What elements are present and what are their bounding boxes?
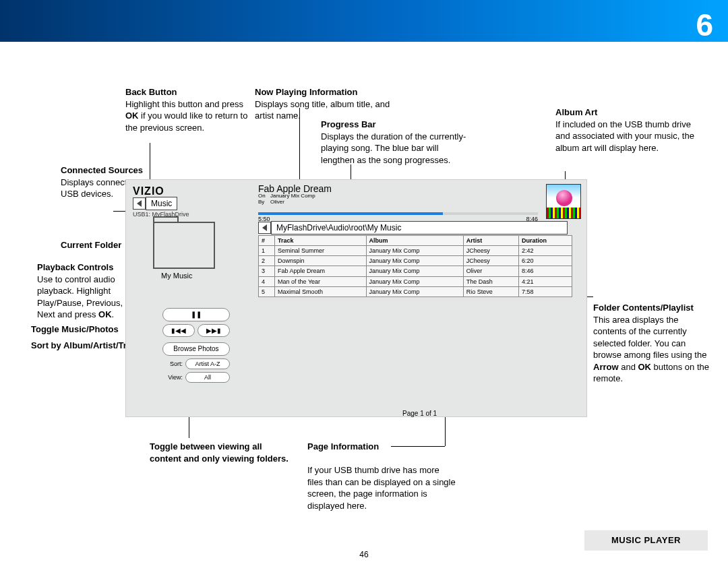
cell-track: Fab Apple Dream	[275, 266, 367, 276]
cell-artist: JCheesy	[463, 256, 518, 266]
cell-duration: 8:46	[519, 266, 572, 276]
callout-body: Displays song title, album title, and ar…	[255, 99, 390, 121]
callout-title: Sort by Album/Artist/Track	[31, 340, 142, 350]
callout-title: Connected Sources	[61, 165, 143, 175]
top-banner: 6	[0, 0, 728, 42]
callout-title: Toggle between viewing all content and o…	[150, 441, 289, 464]
cell-n: 2	[259, 256, 275, 266]
cell-artist: Rio Steve	[463, 286, 518, 296]
chevron-left-icon	[137, 200, 142, 207]
callout-progress-bar: Progress Bar Displays the duration of th…	[321, 119, 469, 166]
callout-title: Now Playing Information	[255, 87, 357, 97]
callout-body: Use to control audio playback. Highlight…	[37, 274, 133, 320]
view-select[interactable]: All	[185, 372, 230, 383]
table-row[interactable]: 1Seminal SummerJanuary Mix CompJCheesy2:…	[259, 246, 572, 256]
progress-bar[interactable]	[258, 212, 538, 215]
cell-duration: 7:58	[519, 286, 572, 296]
callout-body: Highlight this button and press OK if yo…	[125, 99, 247, 133]
current-folder-name: My Music	[161, 271, 192, 281]
cell-duration: 2:42	[519, 246, 572, 256]
leader-line	[391, 446, 445, 447]
track-table-wrap: # Track Album Artist Duration 1Seminal S…	[258, 235, 572, 297]
callout-toggle-view: Toggle between viewing all content and o…	[150, 441, 291, 464]
prev-button[interactable]: ▮◀◀	[162, 324, 195, 338]
col-track: Track	[275, 236, 367, 246]
cell-artist: Oliver	[463, 266, 518, 276]
section-label: Music	[146, 197, 177, 210]
next-button[interactable]: ▶▶▮	[198, 324, 230, 338]
callout-body: This area displays the contents of the c…	[593, 315, 709, 384]
cell-track: Man of the Year	[275, 276, 367, 286]
breadcrumb: MyFlashDrive\Audio\root\My Music	[258, 222, 568, 234]
table-row[interactable]: 5Maximal SmoothJanuary Mix CompRio Steve…	[259, 286, 572, 296]
col-num: #	[259, 236, 275, 246]
callout-album-art: Album Art If included on the USB thumb d…	[555, 106, 697, 154]
table-row[interactable]: 4Man of the YearJanuary Mix CompThe Dash…	[259, 276, 572, 286]
browse-photos-button[interactable]: Browse Photos	[162, 342, 230, 356]
table-header-row: # Track Album Artist Duration	[259, 236, 572, 246]
breadcrumb-back[interactable]	[258, 222, 271, 234]
callout-title: Folder Contents/Playlist	[593, 303, 694, 313]
album-art	[546, 184, 581, 219]
callout-title: Playback Controls	[37, 262, 113, 272]
callout-body: Displays the duration of the currently-p…	[321, 131, 466, 165]
cell-n: 4	[259, 276, 275, 286]
leader-line	[299, 108, 300, 182]
cell-track: Seminal Summer	[275, 246, 367, 256]
callout-now-playing: Now Playing Information Displays song ti…	[255, 86, 403, 122]
breadcrumb-path: MyFlashDrive\Audio\root\My Music	[271, 221, 568, 235]
track-table[interactable]: # Track Album Artist Duration 1Seminal S…	[258, 235, 572, 297]
cell-duration: 6:20	[519, 256, 572, 266]
col-duration: Duration	[519, 236, 572, 246]
callout-body: If included on the USB thumb drive and a…	[555, 119, 694, 153]
cell-n: 3	[259, 266, 275, 276]
callout-body: If your USB thumb drive has more files t…	[307, 465, 456, 511]
cell-album: January Mix Comp	[366, 286, 463, 296]
chevron-left-icon	[262, 224, 267, 231]
callout-back-button: Back Button Highlight this button and pr…	[125, 86, 257, 133]
view-label: View:	[162, 373, 183, 381]
folder-icon[interactable]	[153, 222, 215, 269]
leader-line	[445, 412, 446, 446]
page-number: 46	[0, 549, 728, 560]
callout-title: Progress Bar	[321, 119, 376, 129]
sort-select[interactable]: Artist A-Z	[185, 358, 230, 369]
page-info: Page 1 of 1	[402, 409, 437, 418]
table-row[interactable]: 3Fab Apple DreamJanuary Mix CompOliver8:…	[259, 266, 572, 276]
nav-row: Music	[133, 197, 177, 210]
pause-button[interactable]: ❚❚	[162, 308, 230, 321]
cell-artist: The Dash	[463, 276, 518, 286]
callout-title: Page Information	[307, 441, 379, 451]
cell-track: Downspin	[275, 256, 367, 266]
section-footer-label: MUSIC PLAYER	[584, 530, 708, 551]
cell-artist: JCheesy	[463, 246, 518, 256]
playback-panel: ❚❚ ▮◀◀ ▶▶▮ Browse Photos Sort: Artist A-…	[162, 308, 230, 385]
col-artist: Artist	[463, 236, 518, 246]
sort-label: Sort:	[162, 360, 183, 368]
col-album: Album	[366, 236, 463, 246]
cell-n: 5	[259, 286, 275, 296]
now-playing-meta: OnJanuary Mix Comp ByOliver	[258, 193, 315, 206]
table-row[interactable]: 2DownspinJanuary Mix CompJCheesy6:20	[259, 256, 572, 266]
callout-title: Back Button	[125, 87, 177, 97]
callout-folder-contents: Folder Contents/Playlist This area displ…	[593, 302, 711, 385]
cell-n: 1	[259, 246, 275, 256]
music-player-panel: VIZIO Music USB1: MyFlashDrive My Music …	[125, 179, 587, 417]
callout-page-info: Page Information If your USB thumb drive…	[307, 441, 456, 511]
chapter-number: 6	[696, 4, 713, 46]
back-button[interactable]	[133, 197, 146, 210]
cell-album: January Mix Comp	[366, 266, 463, 276]
callout-title: Current Folder	[61, 240, 121, 250]
callout-title: Album Art	[555, 107, 597, 117]
cell-track: Maximal Smooth	[275, 286, 367, 296]
cell-album: January Mix Comp	[366, 276, 463, 286]
callout-title: Toggle Music/Photos	[31, 324, 119, 334]
cell-duration: 4:21	[519, 276, 572, 286]
progress-fill	[258, 212, 443, 215]
cell-album: January Mix Comp	[366, 256, 463, 266]
cell-album: January Mix Comp	[366, 246, 463, 256]
